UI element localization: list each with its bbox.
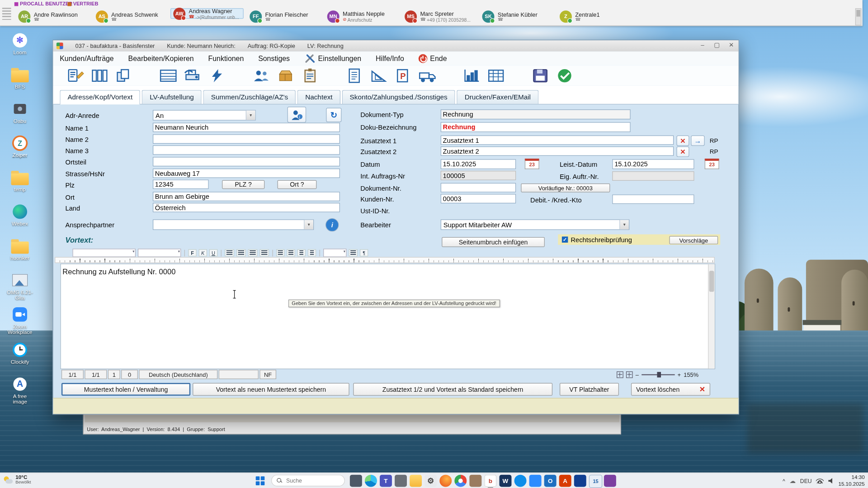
- app-baufaktura-icon[interactable]: b: [484, 475, 496, 487]
- scrollbar-thumb[interactable]: [709, 271, 714, 291]
- vt-platzhalter-button[interactable]: VT Platzhalter: [560, 383, 619, 396]
- app-zoom-icon[interactable]: [529, 475, 542, 487]
- wifi-icon[interactable]: [816, 478, 824, 483]
- align-left-button[interactable]: [225, 249, 234, 257]
- app-totalcmd-icon[interactable]: [469, 475, 481, 487]
- desktop-icon-zoiper[interactable]: Z Zoiper: [5, 135, 34, 158]
- app-firefox-icon[interactable]: [439, 475, 452, 487]
- ok-check-button[interactable]: [552, 67, 577, 84]
- bold-button[interactable]: F: [188, 249, 196, 257]
- app-calendar-icon[interactable]: 15: [589, 475, 602, 488]
- app-teams-icon[interactable]: T: [380, 475, 392, 487]
- name2-input[interactable]: [153, 134, 340, 144]
- contact-tile[interactable]: AR Andre Rawlinson ☎: [17, 8, 93, 24]
- taskbar-weather[interactable]: 10°C Bewölkt: [3, 475, 31, 486]
- contact-tile[interactable]: SK Stefanie Kübler ☎: [481, 8, 557, 24]
- eig-auftr-nr-input[interactable]: [612, 171, 694, 181]
- minimize-button[interactable]: –: [698, 42, 708, 49]
- datum-calendar-button[interactable]: 23: [525, 159, 539, 169]
- app-explorer-icon[interactable]: [410, 475, 422, 487]
- vortext-mustertext-speichern-button[interactable]: Vortext als neuen Mustertext speichern: [193, 383, 349, 396]
- editor-ruler[interactable]: [55, 257, 715, 263]
- customers-button[interactable]: [249, 67, 274, 84]
- price-button[interactable]: P: [391, 67, 415, 84]
- desktop-icon-loom[interactable]: ✻ Loom: [5, 32, 34, 56]
- vortext-loeschen-button[interactable]: Vortext löschen ✕: [631, 383, 710, 396]
- menu-sonstiges[interactable]: Sonstiges: [258, 54, 290, 62]
- app-vscode-icon[interactable]: [604, 475, 616, 487]
- contact-tile-selected[interactable]: AW Andreas Wagner ☎->(Rufnummer unb...: [170, 8, 244, 19]
- app-teamviewer-icon[interactable]: [514, 475, 527, 487]
- int-auftrags-nr-input[interactable]: [441, 171, 516, 180]
- search-input[interactable]: [285, 477, 337, 484]
- menu-einstellungen[interactable]: Einstellungen: [304, 54, 361, 63]
- adr-anrede-select[interactable]: An: [153, 110, 256, 120]
- strasse-input[interactable]: [153, 169, 340, 178]
- bearbeiter-select[interactable]: Support Mitarbeiter AW: [441, 220, 630, 230]
- vorschlaege-button[interactable]: Vorschläge: [669, 236, 718, 244]
- name1-input[interactable]: [153, 123, 340, 132]
- refresh-button[interactable]: ↻: [326, 108, 341, 122]
- app-onenote-icon[interactable]: [574, 475, 586, 487]
- mustertext-holen-button[interactable]: Mustertext holen / Verwaltung: [61, 383, 190, 396]
- close-button[interactable]: ✕: [726, 42, 736, 49]
- chart-button[interactable]: [459, 67, 484, 84]
- drag-handle-icon[interactable]: [2, 8, 11, 20]
- desktop-icon-zoom-workplace[interactable]: Zoom Workplace: [5, 306, 34, 336]
- zusatztext1-input[interactable]: [441, 136, 674, 145]
- tab-drucken-faxen-email[interactable]: Drucken/Faxen/EMail: [457, 90, 538, 104]
- ansprechpartner-select[interactable]: [153, 220, 314, 230]
- desktop-icon-webex[interactable]: Webex: [5, 203, 34, 227]
- tab-nachtext[interactable]: Nachtext: [297, 90, 340, 104]
- desktop-icon-omg[interactable]: OMG 6.21-Gita: [5, 272, 34, 301]
- leist-datum-input[interactable]: [612, 159, 694, 169]
- zoom-slider[interactable]: [642, 374, 675, 375]
- zoom-page-icon[interactable]: [626, 371, 633, 378]
- name3-input[interactable]: [153, 145, 340, 155]
- rechtschreib-checkbox[interactable]: ✓: [562, 236, 568, 242]
- app-chrome-icon[interactable]: [454, 475, 467, 487]
- document-button[interactable]: [342, 67, 367, 84]
- app-snipping-icon[interactable]: [395, 475, 407, 487]
- desktop-icon-a-free-image[interactable]: A A free image: [5, 376, 34, 405]
- contact-tile[interactable]: MN Matthias Nepple ⊘Anrufschutz: [326, 8, 402, 24]
- tab-summen-zuschlaege[interactable]: Summen/Zuschläge/AZ's: [203, 90, 296, 104]
- contact-bar-scrollbar[interactable]: [855, 8, 861, 25]
- copy-button[interactable]: [112, 67, 136, 84]
- list-button[interactable]: [156, 67, 180, 84]
- plz-input[interactable]: [153, 180, 209, 189]
- paragraph-marks-button[interactable]: ¶: [360, 249, 368, 257]
- taskbar-search[interactable]: [271, 475, 345, 487]
- zoom-out-button[interactable]: –: [636, 371, 639, 378]
- zoom-fit-icon[interactable]: [617, 371, 623, 378]
- lightning-button[interactable]: [205, 67, 229, 84]
- editor-scrollbar[interactable]: [708, 264, 715, 369]
- info-button[interactable]: i: [326, 218, 339, 231]
- tab-skonto-zahlungsbed[interactable]: Skonto/Zahlungsbed./Sonstiges: [342, 90, 455, 104]
- fax-button[interactable]: [180, 67, 205, 84]
- align-justify-button[interactable]: [259, 249, 269, 257]
- plz-search-button[interactable]: PLZ ?: [222, 180, 264, 189]
- desktop-icon-bfs[interactable]: BFS: [5, 66, 34, 90]
- app-word-icon[interactable]: W: [499, 475, 511, 487]
- tab-adresse-kopf-vortext[interactable]: Adresse/Kopf/Vortext: [60, 90, 140, 104]
- dokument-typ-input[interactable]: [441, 109, 631, 119]
- doku-bezeichnung-input[interactable]: [441, 122, 631, 132]
- measure-button[interactable]: [367, 67, 391, 84]
- contact-tile[interactable]: FF Florian Fleischer ☎: [248, 8, 325, 24]
- contact-tile[interactable]: AS Andreas Schwenk ☎: [94, 8, 170, 24]
- zoom-in-button[interactable]: +: [678, 371, 681, 378]
- font-family-select[interactable]: [72, 249, 136, 257]
- taskbar-clock[interactable]: 14:30 15.10.2025: [838, 474, 864, 488]
- align-right-button[interactable]: [248, 249, 258, 257]
- underline-button[interactable]: U: [209, 249, 217, 257]
- zusatztext1-arrow-button[interactable]: →: [691, 136, 705, 146]
- ortsteil-input[interactable]: [153, 157, 340, 166]
- volume-icon[interactable]: [828, 478, 834, 483]
- style-select[interactable]: [323, 249, 346, 257]
- numbered-list-button[interactable]: [287, 249, 295, 257]
- truck-button[interactable]: [415, 67, 439, 84]
- desktop-icon-oabu[interactable]: Oabu: [5, 101, 34, 124]
- zoom-slider-thumb[interactable]: [657, 372, 661, 377]
- address-book-button[interactable]: [87, 67, 112, 84]
